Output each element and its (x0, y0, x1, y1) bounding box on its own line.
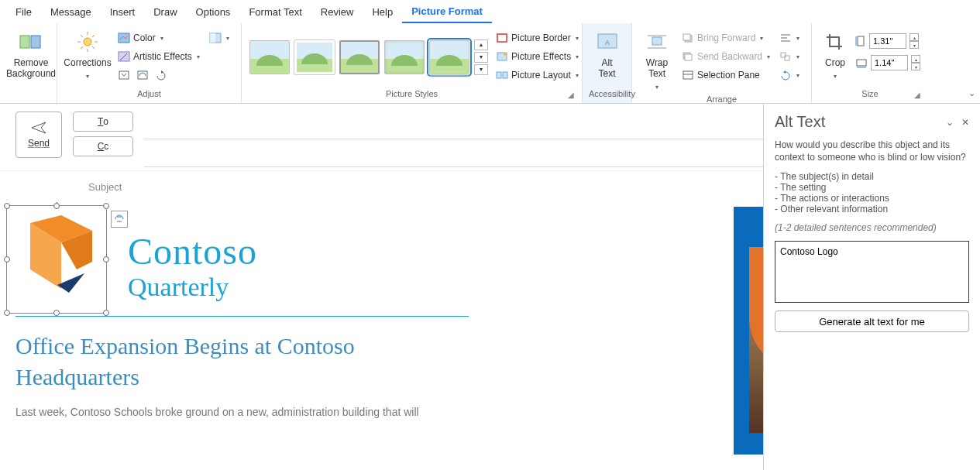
reset-picture-icon[interactable] (155, 69, 167, 81)
menu-message[interactable]: Message (41, 2, 101, 22)
width-up[interactable]: ▴ (911, 55, 920, 63)
selection-pane-icon (682, 69, 694, 81)
resize-nw[interactable] (4, 203, 10, 209)
group-button[interactable]: ▾ (776, 48, 803, 65)
rotate-button[interactable]: ▾ (776, 67, 803, 84)
picture-style-gallery[interactable]: ▴ ▾ ▾ (248, 26, 490, 87)
picture-layout-button[interactable]: Picture Layout▾ (493, 67, 582, 84)
style-thumb-1[interactable] (249, 40, 290, 74)
bring-forward-button[interactable]: Bring Forward▾ (679, 29, 773, 46)
article-headline: Office Expansion Begins at Contoso Headq… (15, 331, 480, 393)
style-thumb-5[interactable] (429, 40, 469, 74)
transparency-button[interactable]: ▾ (206, 29, 232, 46)
resize-sw[interactable] (4, 310, 10, 316)
pane-bullets: The subject(s) in detail The setting The… (775, 171, 969, 214)
svg-rect-31 (685, 54, 692, 60)
resize-w[interactable] (4, 256, 10, 262)
layout-options-tag[interactable] (111, 211, 128, 228)
picture-effects-icon (496, 50, 508, 63)
height-up[interactable]: ▴ (910, 33, 919, 41)
height-input[interactable] (869, 33, 906, 49)
send-backward-button[interactable]: Send Backward▾ (679, 48, 773, 65)
menu-format-text[interactable]: Format Text (239, 2, 311, 22)
pane-bullet-3: The actions or interactions (775, 193, 969, 204)
subject-label: Subject (88, 181, 122, 193)
generate-alt-text-button[interactable]: Generate alt text for me (775, 310, 969, 332)
svg-line-10 (92, 35, 95, 37)
width-input[interactable] (871, 55, 908, 70)
doc-divider (15, 316, 469, 317)
pane-title: Alt Text (775, 113, 825, 131)
bring-forward-label: Bring Forward (697, 33, 755, 43)
picture-border-button[interactable]: Picture Border▾ (493, 29, 582, 46)
style-thumb-2[interactable] (294, 40, 335, 74)
style-thumb-4[interactable] (384, 40, 425, 74)
menu-insert[interactable]: Insert (101, 2, 145, 22)
pane-bullet-4: Other relevant information (775, 204, 969, 214)
height-down[interactable]: ▾ (910, 41, 919, 49)
cc-button[interactable]: Cc (73, 136, 133, 156)
change-picture-icon[interactable] (136, 69, 149, 81)
group-picture-styles: ▴ ▾ ▾ Picture Border▾ Picture Effects▾ P… (242, 23, 583, 103)
width-down[interactable]: ▾ (911, 63, 920, 70)
svg-rect-17 (210, 33, 215, 43)
artistic-effects-button[interactable]: Artistic Effects▾ (115, 48, 203, 65)
alt-text-icon: A (595, 29, 620, 54)
menu-help[interactable]: Help (363, 2, 402, 22)
crop-label: Crop (825, 57, 845, 68)
size-group-label: Size (861, 89, 878, 98)
adjust-group-label: Adjust (64, 87, 235, 101)
resize-s[interactable] (53, 310, 60, 316)
resize-se[interactable] (103, 310, 109, 316)
gallery-more[interactable]: ▾ (474, 64, 488, 75)
align-button[interactable]: ▾ (776, 29, 803, 46)
picture-effects-label: Picture Effects (511, 51, 571, 62)
send-button[interactable]: Send (15, 111, 62, 158)
remove-background-button[interactable]: Remove Background (6, 26, 56, 87)
remove-background-icon (19, 29, 43, 54)
picture-effects-button[interactable]: Picture Effects▾ (493, 48, 582, 65)
picture-styles-launcher[interactable]: ◢ (566, 91, 576, 100)
selected-image[interactable] (6, 205, 107, 314)
resize-ne[interactable] (103, 203, 109, 209)
menu-review[interactable]: Review (311, 2, 363, 22)
svg-line-9 (81, 46, 83, 49)
picture-layout-icon (496, 69, 508, 81)
menu-draw[interactable]: Draw (144, 2, 186, 22)
accessibility-group-label: Accessibility (589, 87, 625, 101)
resize-n[interactable] (53, 203, 60, 209)
pane-dropdown-icon[interactable]: ⌄ (946, 117, 954, 128)
width-icon (855, 57, 868, 68)
to-button[interactable]: To (73, 111, 133, 132)
sun-icon (75, 29, 100, 54)
wrap-text-icon (645, 29, 669, 54)
gallery-down[interactable]: ▾ (474, 52, 488, 63)
ribbon-collapse[interactable]: ⌄ (968, 88, 975, 98)
resize-e[interactable] (103, 256, 109, 262)
gallery-up[interactable]: ▴ (474, 39, 488, 50)
size-launcher[interactable]: ◢ (913, 91, 922, 100)
pane-prompt: How would you describe this object and i… (775, 139, 969, 163)
alt-text-pane: Alt Text ⌄ ✕ How would you describe this… (763, 104, 980, 470)
compress-icon[interactable] (118, 69, 130, 81)
alt-text-label: Alt Text (598, 57, 615, 79)
svg-point-2 (84, 38, 91, 46)
alt-text-input[interactable] (775, 241, 969, 303)
menu-options[interactable]: Options (187, 2, 240, 22)
artistic-label: Artistic Effects (133, 51, 192, 62)
crop-button[interactable]: Crop▾ (818, 26, 852, 87)
wrap-text-button[interactable]: Wrap Text▾ (638, 26, 676, 93)
corrections-button[interactable]: Corrections ▾ (64, 26, 112, 87)
selection-pane-button[interactable]: Selection Pane (679, 67, 773, 84)
svg-text:A: A (604, 39, 609, 46)
alt-text-button[interactable]: A Alt Text (589, 26, 625, 87)
color-button[interactable]: Color▾ (115, 29, 203, 46)
style-thumb-3[interactable] (339, 40, 380, 74)
menu-file[interactable]: File (6, 2, 41, 22)
wrap-text-label: Wrap Text (646, 57, 668, 79)
group-size: Crop▾ ▴▾ ▴▾ Size◢ (812, 23, 928, 103)
pane-close-icon[interactable]: ✕ (961, 117, 969, 128)
arrange-group-label: Arrange (638, 93, 805, 104)
svg-line-8 (92, 46, 95, 49)
menu-picture-format[interactable]: Picture Format (402, 1, 492, 23)
